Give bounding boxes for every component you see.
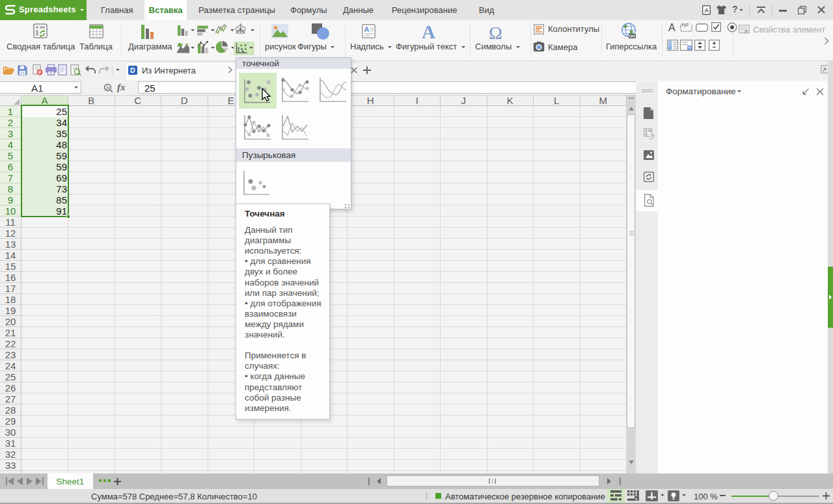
- svg-text:R: R: [106, 85, 110, 91]
- svg-text:xyz: xyz: [681, 21, 689, 27]
- svg-text:A: A: [704, 7, 709, 14]
- svg-text:P: P: [38, 70, 42, 75]
- svg-text:A: A: [364, 25, 370, 33]
- svg-text:D: D: [130, 66, 135, 74]
